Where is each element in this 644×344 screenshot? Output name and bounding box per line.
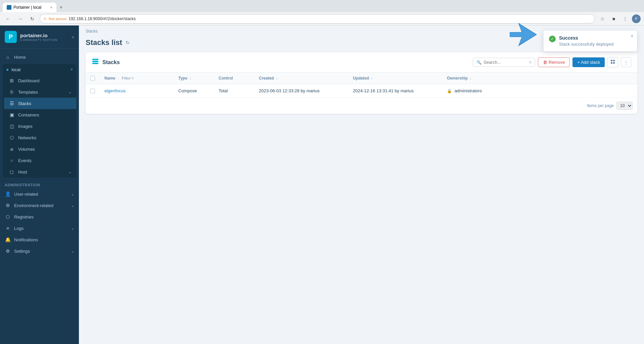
dashboard-icon: ⊞ xyxy=(9,78,15,83)
registries-icon: ⬡ xyxy=(5,214,11,219)
stack-name-link[interactable]: eigenfocus xyxy=(104,88,126,93)
stacks-icon: ☰ xyxy=(9,101,15,106)
sidebar-env-section: ● local × ⊞ Dashboard ⎘ Templates ⌄ xyxy=(3,64,76,178)
row-type-cell: Compose xyxy=(174,84,214,98)
browser-tab-active[interactable]: Portainer | local × xyxy=(3,3,56,12)
sidebar-item-volumes[interactable]: ⌀ Volumes xyxy=(4,143,76,155)
back-button[interactable]: ← xyxy=(3,14,13,23)
reload-button[interactable]: ↻ xyxy=(28,14,37,23)
row-checkbox[interactable] xyxy=(90,89,95,93)
select-all-checkbox[interactable] xyxy=(90,76,95,81)
user-related-icon: 👤 xyxy=(5,191,11,197)
security-icon: ⚠ xyxy=(43,16,47,21)
created-sort-icon[interactable]: ↕ xyxy=(276,77,278,80)
search-clear-button[interactable]: × xyxy=(529,60,532,65)
ownership-icon: 🔒 xyxy=(447,89,452,93)
toast-content: Success Stack successfully deployed xyxy=(559,35,632,47)
sidebar-item-dashboard[interactable]: ⊞ Dashboard xyxy=(4,75,76,86)
svg-marker-7 xyxy=(510,23,537,46)
sidebar-item-logs[interactable]: ≡ Logs ⌄ xyxy=(0,223,79,234)
logo-sub: Community Edition xyxy=(20,38,57,42)
svg-rect-3 xyxy=(611,60,612,61)
sidebar-item-templates[interactable]: ⎘ Templates ⌄ xyxy=(4,86,76,98)
toast-success-icon: ✓ xyxy=(549,36,556,42)
sidebar-item-registries[interactable]: ⬡ Registries xyxy=(0,211,79,223)
logo-text: portainer.io Community Edition xyxy=(20,33,57,42)
sidebar-item-host[interactable]: ◻ Host ⌄ xyxy=(4,166,76,178)
sidebar-item-stacks[interactable]: ☰ Stacks xyxy=(4,98,76,109)
networks-label: Networks xyxy=(18,135,36,140)
refresh-button[interactable]: ↻ xyxy=(126,40,130,45)
ownership-sort-icon[interactable]: ↕ xyxy=(470,77,471,80)
extensions-button[interactable]: ■ xyxy=(609,14,618,23)
sidebar-item-networks[interactable]: ⬡ Networks xyxy=(4,132,76,143)
containers-label: Containers xyxy=(18,112,39,117)
row-control-cell: Total xyxy=(214,84,254,98)
environment-related-icon: ⚙ xyxy=(5,203,11,208)
main-content: Stacks Stacks list ↻ Stacks 🔍 xyxy=(79,26,644,344)
forward-button[interactable]: → xyxy=(15,14,25,23)
notifications-label: Notifications xyxy=(14,237,38,242)
row-checkbox-cell xyxy=(86,84,100,98)
environment-related-chevron-icon: ⌄ xyxy=(71,203,74,208)
profile-button[interactable]: P xyxy=(632,14,641,23)
logs-icon: ≡ xyxy=(5,226,11,231)
page-title: Stacks list xyxy=(86,38,122,47)
remove-label: Remove xyxy=(549,60,565,65)
sidebar-item-images[interactable]: ◫ Images xyxy=(4,120,76,132)
user-related-chevron-icon: ⌄ xyxy=(71,192,74,196)
success-toast: ✓ Success Stack successfully deployed × xyxy=(543,30,637,52)
settings-icon: ⚙ xyxy=(5,248,11,254)
svg-rect-5 xyxy=(611,62,612,64)
browser-tabs: Portainer | local × + xyxy=(3,0,66,12)
th-updated: Updated ↕ xyxy=(348,72,442,84)
app-container: P portainer.io Community Edition « ⌂ Hom… xyxy=(0,26,644,344)
updated-sort-icon[interactable]: ↕ xyxy=(371,77,373,80)
th-control: Control xyxy=(214,72,254,84)
env-header[interactable]: ● local × xyxy=(3,64,76,75)
bookmark-button[interactable]: ☆ xyxy=(598,14,607,23)
name-filter-button[interactable]: Filter ▿ xyxy=(122,76,134,80)
tab-close-button[interactable]: × xyxy=(50,5,52,9)
address-bar[interactable]: ⚠ Not secure 192.168.1.18:9000/#!/2/dock… xyxy=(40,14,595,23)
add-stack-button[interactable]: + Add stack xyxy=(572,57,605,67)
notifications-icon: 🔔 xyxy=(5,237,11,242)
host-icon: ◻ xyxy=(9,169,15,175)
browser-chrome: Portainer | local × + xyxy=(0,0,644,12)
settings-label: Settings xyxy=(14,249,30,254)
toast-title: Success xyxy=(559,35,632,41)
th-name: Name ↓ Filter ▿ xyxy=(100,72,174,84)
tab-favicon xyxy=(7,5,11,10)
view-toggle-button[interactable] xyxy=(607,57,618,67)
url-text: 192.168.1.18:9000/#!/2/docker/stacks xyxy=(68,16,136,21)
type-sort-icon[interactable]: ↕ xyxy=(189,77,191,80)
sidebar-item-settings[interactable]: ⚙ Settings ⌄ xyxy=(0,245,79,257)
dashboard-label: Dashboard xyxy=(18,78,40,83)
home-label: Home xyxy=(14,55,26,60)
remove-button[interactable]: 🗑 Remove xyxy=(538,57,570,67)
new-tab-button[interactable]: + xyxy=(56,3,66,12)
sidebar-item-user-related[interactable]: 👤 User-related ⌄ xyxy=(0,188,79,200)
toast-close-button[interactable]: × xyxy=(631,33,634,39)
browser-toolbar: ← → ↻ ⚠ Not secure 192.168.1.18:9000/#!/… xyxy=(0,12,644,26)
stacks-panel-icon xyxy=(92,58,99,67)
sidebar-collapse-button[interactable]: « xyxy=(72,34,74,40)
sidebar-item-notifications[interactable]: 🔔 Notifications xyxy=(0,234,79,245)
items-per-page-select[interactable]: 10 25 50 xyxy=(616,102,633,110)
registries-label: Registries xyxy=(14,214,34,219)
env-close-button[interactable]: × xyxy=(71,67,73,72)
env-name: local xyxy=(11,67,20,72)
sidebar-item-environment-related[interactable]: ⚙ Environment-related ⌄ xyxy=(0,200,79,211)
stacks-panel-header: Stacks 🔍 × 🗑 Remove + Add stack xyxy=(86,52,637,72)
sidebar-logo: P portainer.io Community Edition « xyxy=(0,26,79,49)
menu-button[interactable]: ⋮ xyxy=(620,14,630,23)
search-input[interactable] xyxy=(484,60,527,65)
name-sort-icon[interactable]: ↓ xyxy=(118,77,119,80)
svg-rect-2 xyxy=(92,63,98,64)
host-label: Host xyxy=(18,169,27,175)
toast-container: ✓ Success Stack successfully deployed × xyxy=(543,30,637,52)
more-options-button[interactable]: ⋮ xyxy=(621,57,631,67)
sidebar-item-home[interactable]: ⌂ Home xyxy=(0,51,79,63)
sidebar-item-containers[interactable]: ▣ Containers xyxy=(4,109,76,120)
sidebar-item-events[interactable]: ○ Events xyxy=(4,155,76,166)
